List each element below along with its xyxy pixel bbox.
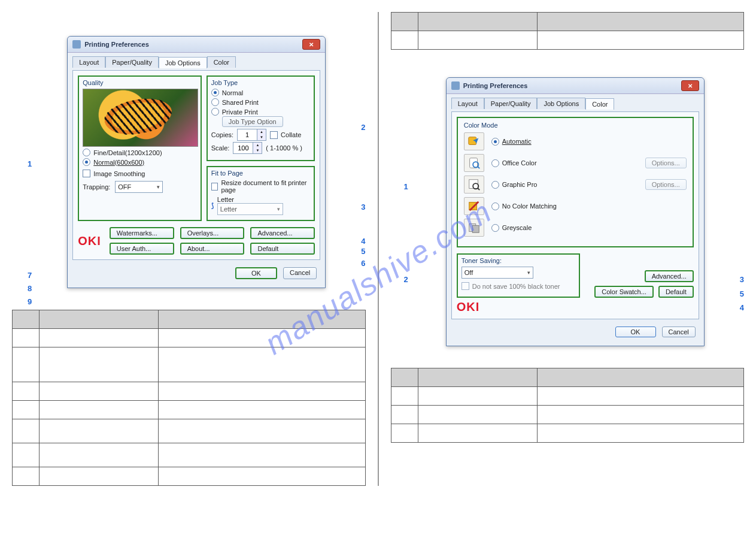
radio-graphic-pro[interactable]: Graphic Pro: [491, 181, 538, 189]
close-button[interactable]: ✕: [302, 39, 320, 50]
callout-7: 7: [28, 271, 32, 280]
color-mode-group: Color Mode Automatic: [457, 117, 694, 247]
left-column: Printing Preferences ✕ Layout Paper/Qual…: [12, 12, 366, 486]
color-mode-title: Color Mode: [464, 122, 687, 129]
tab-paper-quality[interactable]: Paper/Quality: [105, 56, 159, 68]
greyscale-icon: [464, 219, 484, 237]
tab-layout[interactable]: Layout: [451, 98, 484, 109]
check-black-toner[interactable]: Do not save 100% black toner: [462, 282, 575, 290]
quality-title: Quality: [83, 79, 197, 86]
scale-spinner[interactable]: ▲▼: [233, 142, 262, 154]
window-icon: [451, 81, 460, 90]
scale-label: Scale:: [211, 144, 230, 152]
tab-color[interactable]: Color: [585, 98, 614, 110]
jobtype-option-button[interactable]: Job Type Option: [222, 116, 283, 127]
callout-9: 9: [28, 297, 32, 306]
radio-automatic[interactable]: Automatic: [491, 138, 532, 146]
left-figure: Printing Preferences ✕ Layout Paper/Qual…: [12, 12, 366, 300]
window-body: Layout Paper/Quality Job Options Color C…: [447, 94, 704, 346]
quality-group: Quality Fine/Detail(1200x1200) Normal(60…: [78, 75, 202, 221]
pagesize-dropdown[interactable]: Letter▾: [217, 203, 283, 215]
user-auth-button[interactable]: User Auth...: [110, 243, 174, 255]
ok-button[interactable]: OK: [615, 327, 656, 337]
jobtype-group: Job Type Normal Shared Print Private Pri…: [207, 75, 315, 161]
default-button[interactable]: Default: [658, 286, 694, 298]
default-button[interactable]: Default: [250, 243, 315, 255]
cancel-button[interactable]: Cancel: [662, 327, 696, 337]
callout-1: 1: [404, 182, 408, 191]
titlebar: Printing Preferences ✕: [68, 37, 325, 53]
advanced-button[interactable]: Advanced...: [250, 227, 315, 239]
radio-office-color[interactable]: Office Color: [491, 159, 537, 167]
callout-5: 5: [740, 289, 744, 298]
radio-no-color-matching[interactable]: No Color Matching: [491, 202, 557, 210]
right-column: Printing Preferences ✕ Layout Paper/Qual…: [391, 12, 745, 486]
tab-color[interactable]: Color: [207, 56, 236, 68]
tab-paper-quality[interactable]: Paper/Quality: [484, 98, 538, 109]
trapping-dropdown[interactable]: OFF▾: [115, 181, 163, 193]
callout-3: 3: [361, 202, 365, 211]
office-color-icon: [464, 154, 484, 172]
oki-logo: OKI: [457, 300, 480, 313]
tab-job-options[interactable]: Job Options: [537, 98, 585, 109]
svg-line-3: [477, 167, 479, 169]
radio-jobtype-private[interactable]: Private Print: [211, 108, 310, 116]
graphic-options-button[interactable]: Options...: [645, 179, 687, 190]
copies-spinner[interactable]: ▲▼: [237, 129, 266, 141]
callout-3: 3: [740, 275, 744, 284]
tab-job-options[interactable]: Job Options: [159, 57, 207, 68]
automatic-icon: [464, 132, 484, 150]
overlays-button[interactable]: Overlays...: [180, 227, 245, 239]
callout-5: 5: [361, 247, 365, 256]
toner-title: Toner Saving:: [462, 257, 575, 264]
fit-title: Fit to Page: [211, 170, 310, 177]
watermarks-button[interactable]: Watermarks...: [110, 227, 174, 239]
tabs: Layout Paper/Quality Job Options Color: [72, 56, 320, 68]
callout-1: 1: [28, 159, 32, 168]
graphic-pro-icon: [464, 176, 484, 194]
column-divider: [378, 12, 379, 486]
check-collate[interactable]: Collate: [270, 131, 301, 139]
titlebar: Printing Preferences ✕: [447, 78, 704, 94]
callout-4: 4: [740, 303, 744, 312]
window-body: Layout Paper/Quality Job Options Color Q…: [68, 53, 325, 288]
right-bottom-table: [391, 368, 745, 443]
callout-6: 6: [361, 259, 365, 268]
check-image-smoothing[interactable]: Image Smoothing: [83, 170, 197, 177]
advanced-button[interactable]: Advanced...: [645, 270, 694, 282]
about-button[interactable]: About...: [180, 243, 245, 255]
callout-2: 2: [404, 275, 408, 284]
svg-rect-10: [472, 225, 479, 232]
callout-8: 8: [28, 284, 32, 293]
color-swatch-button[interactable]: Color Swatch...: [594, 286, 654, 298]
radio-greyscale[interactable]: Greyscale: [491, 224, 532, 232]
radio-fine-detail[interactable]: Fine/Detail(1200x1200): [83, 149, 197, 156]
radio-jobtype-normal[interactable]: Normal: [211, 89, 310, 96]
window-title: Printing Preferences: [463, 82, 678, 89]
office-options-button[interactable]: Options...: [645, 158, 687, 168]
radio-jobtype-shared[interactable]: Shared Print: [211, 98, 310, 106]
close-button[interactable]: ✕: [681, 80, 699, 91]
oki-logo: OKI: [78, 234, 101, 248]
window-icon: [72, 40, 81, 49]
toner-saving-group: Toner Saving: Off▾ Do not save 100% blac…: [457, 253, 580, 298]
fit-to-page-group: Fit to Page Resize document to fit print…: [207, 166, 315, 221]
ok-button[interactable]: OK: [235, 267, 277, 279]
butterfly-preview-image: [83, 89, 198, 147]
check-resize-document[interactable]: Resize document to fit printer page: [211, 179, 310, 194]
radio-normal-600[interactable]: Normal(600x600): [83, 158, 197, 166]
jobtype-title: Job Type: [211, 79, 310, 86]
no-color-matching-icon: [464, 197, 484, 215]
printing-preferences-window-left: Printing Preferences ✕ Layout Paper/Qual…: [67, 36, 326, 288]
tab-layout[interactable]: Layout: [72, 56, 105, 68]
copies-label: Copies:: [211, 131, 233, 138]
toner-dropdown[interactable]: Off▾: [462, 267, 533, 279]
right-figure: Printing Preferences ✕ Layout Paper/Qual…: [391, 59, 745, 358]
tab-content: Color Mode Automatic: [451, 111, 699, 319]
printing-preferences-window-right: Printing Preferences ✕ Layout Paper/Qual…: [446, 77, 705, 346]
tabs: Layout Paper/Quality Job Options Color: [451, 98, 699, 109]
left-table: [12, 310, 366, 486]
tab-content: Quality Fine/Detail(1200x1200) Normal(60…: [72, 70, 320, 260]
cancel-button[interactable]: Cancel: [283, 267, 317, 279]
callout-2: 2: [361, 123, 365, 132]
